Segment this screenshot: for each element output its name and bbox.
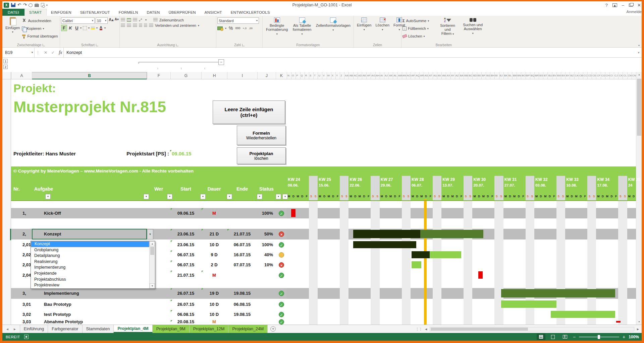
dropdown-item[interactable]: Projektende	[31, 271, 149, 277]
collapse-ribbon-icon[interactable]: ▴	[638, 44, 640, 47]
ribbon-tab-datei[interactable]: DATEI	[2, 9, 24, 16]
wrap-text-icon[interactable]	[153, 18, 158, 22]
column-header-G[interactable]: G	[170, 72, 201, 79]
decrease-indent-icon[interactable]	[139, 24, 142, 27]
fill-button[interactable]: ↓Füllbereich▾	[402, 25, 435, 32]
column-header-BT[interactable]: BT	[543, 72, 547, 79]
zoom-slider-thumb[interactable]	[598, 335, 600, 339]
column-header-AK[interactable]: AK	[388, 72, 393, 79]
column-header-BK[interactable]: BK	[503, 72, 508, 79]
cell-task[interactable]: test Prototyp	[44, 310, 71, 319]
cell-start[interactable]: 20.08.15	[170, 320, 201, 324]
cell-dauer[interactable]: M	[201, 270, 227, 280]
hscroll-left-icon[interactable]: ◄	[424, 327, 428, 331]
column-header-U[interactable]: U	[318, 72, 322, 79]
cell-start[interactable]: 09.06.15	[170, 208, 201, 218]
scroll-up-icon[interactable]: ▴	[150, 241, 155, 246]
grow-font-icon[interactable]: A▴	[109, 17, 114, 24]
cell-dauer[interactable]: 10 D	[201, 240, 227, 250]
vscroll-thumb[interactable]	[637, 79, 641, 136]
column-header-BH[interactable]: BH	[490, 72, 494, 79]
cell-start[interactable]: 26.07.15	[170, 288, 201, 299]
column-header-N[interactable]: N	[287, 72, 291, 79]
column-header-BR[interactable]: BR	[534, 72, 539, 79]
column-header-AM[interactable]: AM	[397, 72, 401, 79]
align-left-icon[interactable]	[121, 24, 125, 27]
column-header-CC[interactable]: CC	[583, 72, 587, 79]
project-start-date[interactable]: 09.06.15	[172, 151, 191, 156]
outline-level-2-button[interactable]: 2	[3, 65, 8, 69]
formula-content[interactable]: Konzept	[64, 48, 636, 57]
column-header-CJ[interactable]: CJ	[614, 72, 618, 79]
column-header-BM[interactable]: BM	[512, 72, 517, 79]
insert-function-icon[interactable]: fx	[59, 50, 62, 55]
dropdown-item[interactable]: Grobplanung	[31, 247, 149, 253]
column-header-A[interactable]: A	[11, 72, 32, 79]
dropdown-item[interactable]: Detailplanung	[31, 253, 149, 259]
column-header-CI[interactable]: CI	[609, 72, 614, 79]
column-header-K[interactable]: K	[276, 72, 287, 79]
dropdown-item[interactable]: Realisierung	[31, 259, 149, 265]
worksheet[interactable]: 12−ABFGHIJKNOPQRSTUVWXYZAAABACADAEAFAGAH…	[2, 58, 642, 325]
paste-button[interactable]: Einfügen ▾	[3, 16, 22, 34]
column-header-AE[interactable]: AE	[362, 72, 366, 79]
cut-button[interactable]: Ausschneiden	[22, 17, 58, 24]
column-header-BO[interactable]: BO	[521, 72, 525, 79]
column-header-AB[interactable]: AB	[348, 72, 353, 79]
column-header-CH[interactable]: CH	[605, 72, 609, 79]
cell-nr[interactable]: 3,03	[22, 320, 31, 324]
column-header-AD[interactable]: AD	[358, 72, 362, 79]
align-top-icon[interactable]	[121, 18, 125, 22]
column-header-T[interactable]: T	[313, 72, 318, 79]
more-icon[interactable]: ⋮	[36, 50, 40, 55]
column-header-BS[interactable]: BS	[539, 72, 543, 79]
cell-dropdown-button[interactable]: ▾	[147, 229, 153, 239]
column-header-CN[interactable]: CN	[632, 72, 636, 79]
cell-ende[interactable]: 06.08.15	[227, 299, 257, 309]
column-header-BU[interactable]: BU	[547, 72, 552, 79]
column-header-CK[interactable]: CK	[618, 72, 623, 79]
cell-nr[interactable]: 2,01	[22, 240, 31, 250]
sheet-tab-projektplan_24m[interactable]: Projektplan_24M	[228, 325, 268, 333]
cell-dauer[interactable]: 19 D	[201, 288, 227, 299]
sheet-tab-projektplan_12m[interactable]: Projektplan_12M	[190, 325, 229, 333]
column-header-BY[interactable]: BY	[565, 72, 570, 79]
sheet-tab-farbgenerator[interactable]: Farbgenerator	[48, 325, 82, 333]
gantt-bar[interactable]	[353, 230, 420, 238]
expand-formula-bar-icon[interactable]: ▾	[636, 48, 642, 57]
gantt-bar[interactable]	[616, 321, 621, 323]
column-header-W[interactable]: W	[327, 72, 331, 79]
increase-decimal-icon[interactable]: +,0	[243, 27, 247, 30]
column-header-O[interactable]: O	[291, 72, 296, 79]
column-header-CF[interactable]: CF	[596, 72, 600, 79]
column-header-AG[interactable]: AG	[371, 72, 375, 79]
column-header-CD[interactable]: CD	[587, 72, 592, 79]
sign-in-label[interactable]: Anmelde	[627, 10, 642, 14]
cell-status[interactable]: 40%	[252, 250, 273, 260]
column-header-CA[interactable]: CA	[574, 72, 579, 79]
ribbon-tab-entwicklertools[interactable]: ENTWICKLERTOOLS	[226, 9, 274, 16]
borders-button[interactable]	[82, 25, 88, 31]
column-header-AA[interactable]: AA	[344, 72, 348, 79]
ribbon-tab-ansicht[interactable]: ANSICHT	[200, 9, 226, 16]
column-header-R[interactable]: R	[305, 72, 309, 79]
wrap-text-button[interactable]: Zeilenumbruch	[159, 18, 184, 22]
cell-task[interactable]: Abnahme Prototyp	[44, 320, 83, 324]
page-break-view-icon[interactable]	[561, 334, 570, 340]
sheet-tab-projektplan_4m[interactable]: Projektplan_4M	[114, 325, 152, 333]
zoom-out-icon[interactable]: −	[573, 334, 576, 340]
column-header-BD[interactable]: BD	[472, 72, 477, 79]
column-header-B[interactable]: B	[32, 72, 147, 79]
font-color-button[interactable]: A	[98, 25, 104, 31]
column-header-BI[interactable]: BI	[494, 72, 499, 79]
format-painter-button[interactable]: Format übertragen	[22, 33, 58, 40]
column-header-AO[interactable]: AO	[406, 72, 411, 79]
ribbon-tab-einfügen[interactable]: EINFÜGEN	[47, 9, 76, 16]
dropdown-item[interactable]: Projektabschluss	[31, 277, 149, 283]
cell-status[interactable]: 50%	[252, 229, 273, 239]
column-header-BF[interactable]: BF	[481, 72, 486, 79]
column-header-BJ[interactable]: BJ	[499, 72, 503, 79]
underline-button[interactable]: U	[74, 25, 80, 31]
sheet-nav-left-icon[interactable]: ◄	[6, 327, 9, 331]
dropdown-item[interactable]: Implementierung	[31, 265, 149, 271]
